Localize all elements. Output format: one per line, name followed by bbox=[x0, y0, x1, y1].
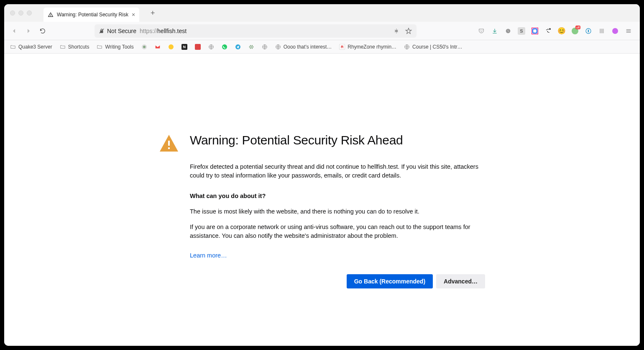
ext-s-icon[interactable]: S bbox=[518, 27, 525, 35]
svg-point-11 bbox=[612, 28, 618, 34]
bookmark-icon-only[interactable] bbox=[141, 44, 147, 50]
titlebar: Warning: Potential Security Risk × + bbox=[4, 4, 640, 22]
menu-icon[interactable] bbox=[625, 27, 632, 35]
warning-title: Warning: Potential Security Risk Ahead bbox=[190, 133, 485, 147]
maximize-window-button[interactable] bbox=[27, 10, 32, 15]
page-content: Warning: Potential Security Risk Ahead F… bbox=[4, 54, 640, 346]
svg-point-17 bbox=[222, 44, 227, 49]
svg-point-7 bbox=[546, 29, 547, 30]
ext-gnome-icon[interactable] bbox=[544, 27, 552, 35]
whatsapp-icon bbox=[222, 44, 227, 50]
window-controls bbox=[10, 10, 32, 15]
warning-icon-column bbox=[159, 133, 179, 288]
bookmarks-bar: Quake3 Server Shortcuts Writing Tools N … bbox=[4, 40, 640, 54]
svg-point-22 bbox=[250, 45, 251, 46]
bookmark-shortcuts[interactable]: Shortcuts bbox=[60, 44, 89, 50]
warning-triangle-icon bbox=[48, 12, 54, 18]
bookmark-label: Course | CS50's Intr… bbox=[412, 44, 462, 50]
warning-body: Warning: Potential Security Risk Ahead F… bbox=[190, 133, 485, 288]
star-icon[interactable] bbox=[405, 27, 412, 35]
bookmark-label: Quake3 Server bbox=[18, 44, 52, 50]
ext-rainbow-icon[interactable] bbox=[531, 27, 539, 35]
bookmark-icon-only[interactable] bbox=[248, 44, 254, 50]
url-display: https://hellfish.test bbox=[140, 28, 187, 34]
bookmark-writing-tools[interactable]: Writing Tools bbox=[97, 44, 133, 50]
bug-icon[interactable] bbox=[393, 28, 400, 34]
svg-point-23 bbox=[251, 45, 253, 46]
svg-rect-30 bbox=[168, 147, 170, 149]
svg-rect-15 bbox=[195, 44, 201, 50]
svg-point-24 bbox=[250, 47, 251, 49]
svg-rect-29 bbox=[168, 141, 170, 146]
not-secure-label: Not Secure bbox=[107, 28, 136, 34]
bookmark-oooo[interactable]: Oooo that's interest… bbox=[275, 44, 332, 50]
reload-button[interactable] bbox=[38, 27, 47, 35]
bookmark-telegram[interactable] bbox=[235, 44, 241, 50]
bookmark-icon-only[interactable] bbox=[195, 44, 201, 50]
tab-title: Warning: Potential Security Risk bbox=[57, 12, 128, 18]
warning-paragraph-3: If you are on a corporate network or usi… bbox=[190, 223, 485, 240]
url-host: hellfish.test bbox=[157, 28, 187, 34]
svg-point-5 bbox=[549, 28, 551, 30]
account-icon[interactable] bbox=[611, 27, 619, 35]
minimize-window-button[interactable] bbox=[18, 10, 23, 15]
forward-button[interactable] bbox=[24, 27, 33, 35]
bookmark-icon-only[interactable] bbox=[168, 44, 174, 50]
close-window-button[interactable] bbox=[10, 10, 15, 15]
svg-point-20 bbox=[250, 46, 252, 47]
tab-close-icon[interactable]: × bbox=[132, 11, 135, 18]
bookmark-icon-only[interactable] bbox=[262, 44, 268, 50]
rz-icon: R bbox=[339, 44, 345, 50]
svg-point-19 bbox=[249, 46, 250, 47]
security-warning-page: Warning: Potential Security Risk Ahead F… bbox=[159, 54, 485, 288]
globe-icon bbox=[275, 44, 281, 50]
svg-point-13 bbox=[143, 46, 146, 48]
notion-icon: N bbox=[181, 44, 187, 50]
bookmark-cs50[interactable]: Course | CS50's Intr… bbox=[404, 44, 462, 50]
bookmark-label: RhymeZone rhymin… bbox=[348, 44, 396, 50]
browser-window: Warning: Potential Security Risk × + Not… bbox=[4, 4, 640, 346]
globe-icon bbox=[404, 44, 410, 50]
go-back-button[interactable]: Go Back (Recommended) bbox=[347, 274, 433, 288]
toolbar: Not Secure https://hellfish.test S 😊 bbox=[4, 22, 640, 40]
telegram-icon bbox=[235, 44, 241, 50]
bookmark-icon-only[interactable] bbox=[208, 44, 214, 50]
learn-more-link[interactable]: Learn more… bbox=[190, 252, 227, 259]
svg-point-14 bbox=[169, 44, 174, 49]
gmail-icon bbox=[155, 44, 161, 50]
red-square-icon bbox=[195, 44, 201, 50]
security-indicator[interactable]: Not Secure bbox=[99, 28, 136, 34]
warning-paragraph-1: Firefox detected a potential security th… bbox=[190, 162, 485, 180]
dots-icon bbox=[248, 44, 254, 50]
ext-emoji-icon[interactable]: 😊 bbox=[558, 27, 565, 35]
bookmark-label: Shortcuts bbox=[68, 44, 89, 50]
bookmark-rhymezone[interactable]: RRhymeZone rhymin… bbox=[339, 44, 396, 50]
svg-rect-4 bbox=[533, 29, 537, 33]
svg-rect-10 bbox=[588, 29, 589, 32]
button-row: Go Back (Recommended) Advanced… bbox=[190, 274, 485, 288]
download-icon[interactable] bbox=[491, 27, 498, 35]
bookmark-notion[interactable]: N bbox=[181, 44, 187, 50]
warning-triangle-icon bbox=[159, 133, 179, 153]
globe-icon bbox=[262, 44, 268, 50]
bookmark-whatsapp[interactable] bbox=[222, 44, 227, 50]
bookmark-gmail[interactable] bbox=[155, 44, 161, 50]
bookmark-quake3[interactable]: Quake3 Server bbox=[10, 44, 52, 50]
browser-tab[interactable]: Warning: Potential Security Risk × bbox=[43, 8, 139, 22]
ext-grid-icon[interactable] bbox=[598, 27, 606, 35]
circle-icon bbox=[141, 44, 147, 50]
pocket-icon[interactable] bbox=[478, 27, 485, 35]
folder-icon bbox=[60, 44, 66, 50]
ext-badge-icon[interactable]: off bbox=[571, 27, 579, 35]
warning-paragraph-2: The issue is most likely with the websit… bbox=[190, 207, 485, 216]
circle-yellow-icon bbox=[168, 44, 174, 50]
ext-1password-icon[interactable] bbox=[585, 27, 592, 35]
clock-icon[interactable] bbox=[504, 27, 512, 35]
extension-icons: S 😊 off bbox=[478, 27, 632, 35]
address-bar[interactable]: Not Secure https://hellfish.test bbox=[95, 24, 417, 38]
url-scheme: https:// bbox=[140, 28, 157, 34]
globe-icon bbox=[208, 44, 214, 50]
back-button[interactable] bbox=[10, 27, 18, 35]
advanced-button[interactable]: Advanced… bbox=[436, 274, 485, 288]
new-tab-button[interactable]: + bbox=[147, 7, 158, 19]
